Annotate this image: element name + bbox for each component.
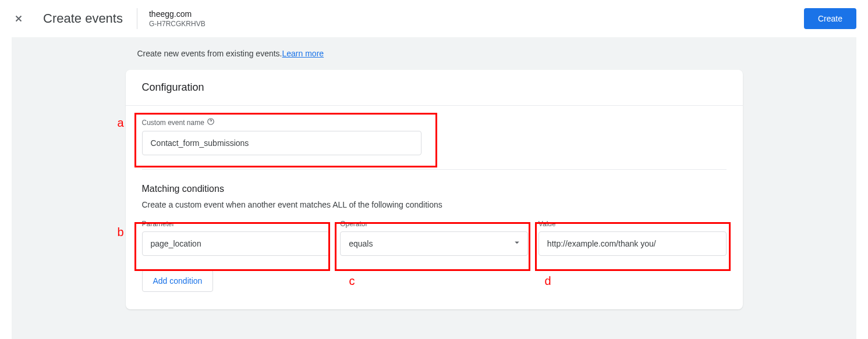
matching-conditions-title: Matching conditions: [142, 184, 727, 194]
property-name: theegg.com: [149, 9, 206, 19]
card-title: Configuration: [126, 70, 743, 106]
custom-event-name-label: Custom event name: [142, 117, 727, 127]
annotation-label-b: b: [118, 226, 124, 239]
operator-input[interactable]: [340, 231, 528, 256]
property-id: G-H7RCGKRHVB: [149, 20, 206, 28]
annotation-label-a: a: [118, 116, 124, 130]
annotation-label-d: d: [545, 274, 551, 288]
section-divider: [142, 169, 727, 170]
conditions-row: Parameter Operator Value: [142, 220, 727, 256]
value-input[interactable]: [538, 231, 727, 256]
value-field: Value: [538, 220, 727, 256]
annotation-label-c: c: [349, 274, 355, 288]
page-header: Create events theegg.com G-H7RCGKRHVB Cr…: [0, 0, 868, 37]
operator-select[interactable]: [340, 231, 528, 256]
property-info: theegg.com G-H7RCGKRHVB: [149, 9, 206, 28]
page-title: Create events: [43, 11, 123, 26]
close-icon[interactable]: [12, 12, 26, 26]
operator-label: Operator: [340, 220, 528, 228]
operator-field: Operator: [340, 220, 528, 256]
intro-text-label: Create new events from existing events.: [137, 49, 282, 58]
parameter-label: Parameter: [142, 220, 330, 228]
value-label: Value: [538, 220, 727, 228]
learn-more-link[interactable]: Learn more: [282, 49, 324, 58]
card-body: a Custom event name Matching conditions …: [126, 106, 743, 292]
intro-text: Create new events from existing events.L…: [126, 49, 743, 58]
content-area: Create new events from existing events.L…: [12, 37, 856, 339]
create-button[interactable]: Create: [804, 8, 856, 29]
configuration-card: Configuration a Custom event name Matchi…: [126, 70, 743, 309]
matching-conditions-subtitle: Create a custom event when another event…: [142, 200, 727, 209]
custom-event-name-label-text: Custom event name: [142, 119, 204, 127]
add-condition-button[interactable]: Add condition: [142, 270, 214, 292]
parameter-field: Parameter: [142, 220, 330, 256]
help-icon[interactable]: [207, 117, 215, 127]
custom-event-name-input[interactable]: [142, 131, 421, 155]
header-divider: [137, 8, 137, 29]
parameter-input[interactable]: [142, 231, 330, 256]
